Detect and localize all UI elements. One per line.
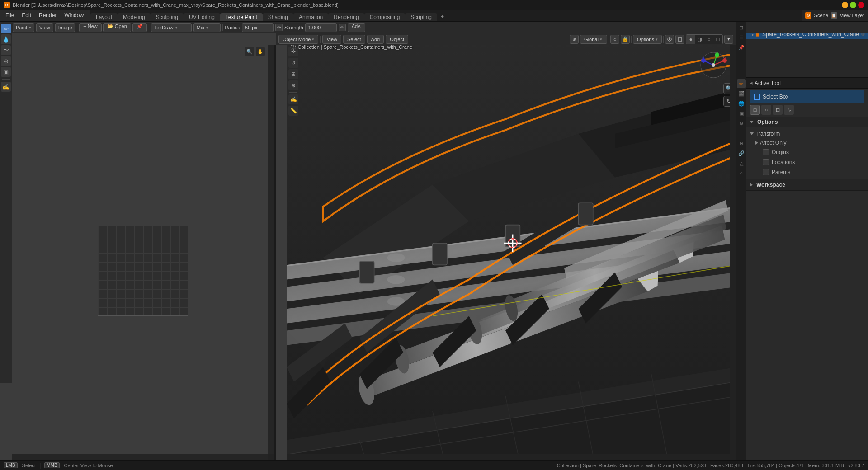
scene-props-icon[interactable]: 🎬	[737, 89, 746, 98]
global-space-dropdown[interactable]: Global ▾	[580, 35, 607, 44]
add-workspace-button[interactable]: +	[437, 12, 448, 21]
options-btn[interactable]: Options ▾	[633, 35, 662, 44]
transform-tool-btn[interactable]: ⊕	[288, 80, 298, 90]
measure-btn[interactable]: 📏	[288, 106, 298, 116]
tab-scripting[interactable]: Scripting	[405, 13, 437, 21]
data-props-icon[interactable]: △	[737, 159, 746, 168]
material-props-icon[interactable]: ○	[737, 169, 746, 178]
tab-animation[interactable]: Animation	[293, 13, 328, 21]
constraints-props-icon[interactable]: 🔗	[737, 149, 746, 158]
solid-shading-btn[interactable]: ●	[686, 35, 695, 44]
properties-back-btn[interactable]: ◂	[750, 80, 753, 86]
blend-mode-dropdown[interactable]: Mix ▾	[193, 23, 221, 32]
tab-compositing[interactable]: Compositing	[364, 13, 406, 21]
transform-subsection-header[interactable]: Transform	[750, 129, 864, 138]
viewport-shading-options[interactable]: ▾	[724, 35, 733, 44]
locations-checkbox[interactable]	[763, 159, 769, 165]
modifier-props-icon[interactable]: ⚙	[737, 119, 746, 128]
view-dropdown[interactable]: View	[36, 23, 53, 32]
radius-pen-icon[interactable]: ✏	[275, 24, 283, 31]
outliner-pin-btn[interactable]: 📌	[737, 43, 746, 52]
scale-tool-btn[interactable]: ⊞	[288, 69, 298, 79]
tool-var-3[interactable]: ⊞	[773, 105, 783, 115]
material-shading-btn[interactable]: ◑	[695, 35, 704, 44]
rotate-tool-btn[interactable]: ↺	[288, 58, 298, 68]
radius-dropdown[interactable]: 50 px	[242, 23, 274, 32]
brush-dropdown[interactable]: TexDraw ▾	[151, 23, 192, 32]
tool-var-1[interactable]: □	[750, 105, 760, 115]
paint-mode-dropdown[interactable]: Paint ▾	[13, 23, 34, 32]
annotate-vp-btn[interactable]: ✍	[288, 94, 298, 104]
annotate-tool[interactable]: ✍	[1, 82, 11, 92]
minimize-button[interactable]	[842, 2, 848, 8]
object-props-icon[interactable]: ▣	[737, 109, 746, 118]
tab-uvediting[interactable]: UV Editing	[184, 13, 220, 21]
object-mode-btn[interactable]: Object Mode ▾	[278, 35, 318, 44]
main-3d-viewport[interactable]: User Perspective (1) Collection | Spare_…	[287, 33, 736, 460]
tab-layout[interactable]: Layout	[90, 13, 118, 21]
strength-pen-icon[interactable]: ✏	[339, 24, 346, 31]
options-content: Transform Affect Only Origins Locations	[746, 127, 868, 179]
adv-options-btn[interactable]: Adv.	[348, 23, 365, 32]
tool-var-4[interactable]: ∿	[784, 105, 794, 115]
fill-tool[interactable]: ▣	[1, 67, 11, 77]
navigation-gizmo[interactable]: X Y Z	[700, 52, 727, 79]
select-box-item[interactable]: Select Box	[750, 90, 864, 103]
clone-tool[interactable]: ⊕	[1, 56, 11, 66]
object-menu-btn[interactable]: Object	[386, 35, 408, 44]
paint-tools-sidebar: ✏ 💧 〜 ⊕ ▣ ✍	[0, 22, 12, 383]
snap-icon[interactable]: 🔒	[621, 35, 630, 44]
menu-edit[interactable]: Edit	[18, 11, 35, 19]
tab-texturepaint[interactable]: Texture Paint	[220, 13, 263, 21]
pin-btn[interactable]: 📌	[132, 23, 147, 32]
rendered-shading-btn[interactable]: ○	[704, 35, 713, 44]
panel-divider[interactable]	[274, 45, 276, 460]
active-tool-icon[interactable]: ✏	[737, 79, 746, 88]
image-dropdown[interactable]: Image	[55, 23, 75, 32]
outliner-filter-btn[interactable]: ⊞	[737, 23, 746, 32]
select-menu-btn[interactable]: Select	[343, 35, 365, 44]
proportional-edit-icon[interactable]: ○	[610, 35, 619, 44]
add-menu-btn[interactable]: Add	[367, 35, 384, 44]
world-props-icon[interactable]: 🌐	[737, 99, 746, 108]
tool-var-2[interactable]: ○	[761, 105, 771, 115]
viewport-scrollbar-h[interactable]	[287, 454, 736, 460]
close-button[interactable]	[858, 2, 864, 8]
menu-render[interactable]: Render	[35, 11, 60, 19]
overlay-icon[interactable]	[665, 35, 674, 44]
menu-file[interactable]: File	[2, 11, 18, 19]
open-btn[interactable]: 📂 Open	[103, 23, 131, 32]
particles-props-icon[interactable]: ⋯	[737, 129, 746, 138]
draw-tool[interactable]: ✏	[1, 24, 11, 33]
tab-rendering[interactable]: Rendering	[328, 13, 364, 21]
wireframe-shading-btn[interactable]: □	[713, 35, 722, 44]
maximize-button[interactable]	[850, 2, 856, 8]
workspace-section-header[interactable]: Workspace	[746, 179, 868, 190]
image-editor-scrollbar-h[interactable]	[12, 454, 274, 460]
move-tool-btn[interactable]: ✛	[288, 47, 298, 56]
tab-sculpting[interactable]: Sculpting	[151, 13, 184, 21]
strength-dropdown[interactable]: 1.000	[305, 23, 337, 32]
center-action-label: Center View to Mouse	[64, 463, 113, 468]
tab-shading[interactable]: Shading	[263, 13, 293, 21]
view-menu-btn[interactable]: View	[322, 35, 341, 44]
viewport-scrollbar-v[interactable]	[730, 33, 736, 454]
smear-tool[interactable]: 〜	[1, 45, 11, 55]
image-editor-canvas: 🔍 ✋	[12, 45, 274, 460]
image-editor-scrollbar-v[interactable]	[268, 45, 274, 454]
tab-modeling[interactable]: Modeling	[118, 13, 151, 21]
xray-icon[interactable]	[675, 35, 684, 44]
hand-icon[interactable]: ✋	[256, 47, 265, 56]
zoom-icon[interactable]: 🔍	[245, 47, 254, 56]
physics-props-icon[interactable]: ⊕	[737, 139, 746, 148]
menu-window[interactable]: Window	[61, 11, 87, 19]
new-btn[interactable]: + New	[79, 23, 102, 32]
workspace-title: Workspace	[756, 182, 785, 188]
options-section-header[interactable]: Options	[746, 117, 868, 127]
soften-tool[interactable]: 💧	[1, 34, 11, 44]
scene-label: Scene	[814, 13, 828, 18]
transform-space-icon[interactable]: ⊕	[570, 35, 579, 44]
origins-checkbox[interactable]	[763, 149, 769, 155]
outliner-display-mode-btn[interactable]: ☰	[737, 33, 746, 42]
parents-checkbox[interactable]	[763, 169, 769, 175]
